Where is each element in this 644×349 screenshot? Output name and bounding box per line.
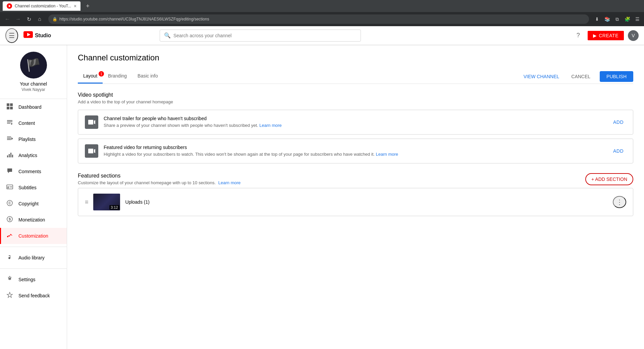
svg-rect-18 (12, 155, 13, 157)
featured-video-info: Featured video for returning subscribers… (104, 145, 605, 157)
video-spotlight-subtitle: Add a video to the top of your channel h… (78, 99, 633, 104)
channel-trailer-info: Channel trailer for people who haven't s… (104, 116, 605, 129)
sidebar-item-audio-library[interactable]: Audio library (0, 250, 67, 266)
back-button[interactable]: ← (3, 14, 12, 24)
hamburger-button[interactable]: ☰ (5, 28, 18, 43)
app-logo[interactable]: Studio (23, 31, 51, 40)
analytics-icon (6, 151, 13, 160)
sidebar-divider-2 (0, 268, 67, 269)
studio-wordmark: Studio (35, 33, 51, 39)
send-feedback-icon (6, 292, 13, 300)
svg-point-28 (9, 278, 11, 280)
browser-title-bar: Channel customization - YouT... × + (0, 0, 644, 12)
create-button[interactable]: ▶ CREATE (588, 31, 624, 40)
tab-favicon (7, 3, 12, 9)
dashboard-icon (6, 103, 13, 111)
featured-video-add-button[interactable]: ADD (610, 146, 626, 156)
svg-rect-9 (7, 123, 10, 123)
refresh-button[interactable]: ↻ (24, 14, 34, 24)
create-label: CREATE (599, 33, 619, 38)
new-tab-button[interactable]: + (83, 3, 92, 10)
sidebar: 🏴 Your channel Vivek Nayyar Dashboard Co… (0, 45, 67, 349)
channel-trailer-icon (85, 115, 98, 129)
sidebar-item-copyright[interactable]: C Copyright (0, 196, 67, 212)
tab-layout[interactable]: Layout 1 (78, 69, 103, 84)
tab-branding-label: Branding (108, 73, 127, 79)
bookmarks-icon[interactable]: 📚 (603, 15, 611, 23)
sidebar-item-customization[interactable]: Customization (0, 228, 67, 244)
forward-button[interactable]: → (13, 14, 23, 24)
extensions-icon[interactable]: 🧩 (623, 15, 631, 23)
drag-handle-icon[interactable]: ≡ (85, 199, 88, 206)
svg-text:C: C (8, 201, 11, 205)
tab-close-button[interactable]: × (74, 3, 76, 9)
svg-marker-10 (11, 123, 13, 125)
sidebar-item-subtitles[interactable]: Subtitles (0, 180, 67, 196)
help-button[interactable]: ? (573, 30, 584, 41)
sidebar-item-send-feedback-label: Send feedback (18, 293, 61, 298)
channel-trailer-add-button[interactable]: ADD (610, 117, 626, 127)
downloads-icon[interactable]: ⬇ (593, 15, 601, 23)
sidebar-item-subtitles-label: Subtitles (18, 185, 61, 190)
tab-branding[interactable]: Branding (103, 69, 132, 84)
featured-sections-subtitle: Customize the layout of your channel hom… (78, 180, 240, 185)
sidebar-item-comments[interactable]: Comments (0, 163, 67, 180)
sidebar-item-monetization-label: Monetization (18, 217, 61, 222)
svg-rect-3 (7, 103, 9, 106)
menu-icon[interactable]: ☰ (633, 15, 641, 23)
channel-trailer-learn-more[interactable]: Learn more (259, 123, 281, 128)
svg-rect-21 (10, 187, 12, 187)
svg-rect-15 (7, 155, 8, 157)
home-button[interactable]: ⌂ (35, 14, 44, 24)
copyright-icon: C (6, 200, 13, 208)
featured-sections-area: Featured sections Customize the layout o… (78, 173, 633, 216)
featured-sections-learn-more[interactable]: Learn more (218, 180, 240, 185)
uploads-thumbnail: 3:12 (93, 194, 120, 210)
user-avatar[interactable]: V (628, 30, 639, 41)
duration-badge: 3:12 (109, 205, 119, 210)
uploads-section-title: Uploads (1) (125, 199, 607, 205)
svg-rect-29 (88, 120, 93, 124)
address-bar: 🔒 (48, 14, 589, 24)
sidebar-item-playlists[interactable]: Playlists (0, 131, 67, 147)
featured-video-icon (85, 144, 98, 158)
sidebar-item-settings[interactable]: Settings (0, 271, 67, 288)
tab-basic-info[interactable]: Basic info (132, 69, 163, 84)
browser-tab[interactable]: Channel customization - YouT... × (3, 1, 80, 11)
svg-rect-22 (7, 188, 9, 188)
sidebar-item-comments-label: Comments (18, 169, 61, 174)
sidebar-item-dashboard[interactable]: Dashboard (0, 99, 67, 115)
uploads-more-button[interactable]: ⋮ (613, 196, 626, 208)
sidebar-item-content-label: Content (18, 120, 61, 126)
sidebar-item-send-feedback[interactable]: Send feedback (0, 288, 67, 304)
youtube-logo-icon (23, 31, 33, 40)
create-plus-icon: ▶ (593, 33, 597, 38)
sidebar-item-content[interactable]: Content (0, 115, 67, 131)
sidebar-item-audio-library-label: Audio library (18, 255, 61, 260)
svg-rect-6 (10, 107, 13, 109)
video-spotlight-header: Video spotlight Add a video to the top o… (78, 92, 633, 104)
sidebar-item-analytics-label: Analytics (18, 153, 61, 158)
sidebar-item-analytics[interactable]: Analytics (0, 147, 67, 163)
cancel-button[interactable]: CANCEL (566, 72, 596, 81)
channel-avatar[interactable]: 🏴 (20, 52, 47, 79)
url-input[interactable] (59, 17, 585, 21)
sidebar-item-monetization[interactable]: $ Monetization (0, 212, 67, 228)
tab-basic-info-label: Basic info (138, 73, 158, 79)
add-section-button[interactable]: + ADD SECTION (585, 173, 633, 185)
svg-rect-13 (7, 139, 11, 140)
sidebar-item-settings-label: Settings (18, 277, 61, 282)
tabs-icon[interactable]: ⧉ (613, 15, 621, 23)
search-input[interactable] (173, 33, 357, 38)
svg-point-27 (7, 236, 8, 237)
view-channel-button[interactable]: VIEW CHANNEL (521, 72, 562, 81)
featured-sections-header: Featured sections Customize the layout o… (78, 173, 633, 185)
main-content: Channel customization Layout 1 Branding … (67, 45, 644, 349)
publish-button[interactable]: PUBLISH (600, 71, 633, 82)
svg-rect-31 (88, 149, 93, 153)
featured-video-learn-more[interactable]: Learn more (376, 152, 398, 157)
sidebar-item-copyright-label: Copyright (18, 201, 61, 206)
svg-marker-14 (11, 137, 13, 140)
svg-rect-5 (7, 107, 9, 109)
channel-trailer-title: Channel trailer for people who haven't s… (104, 116, 605, 121)
